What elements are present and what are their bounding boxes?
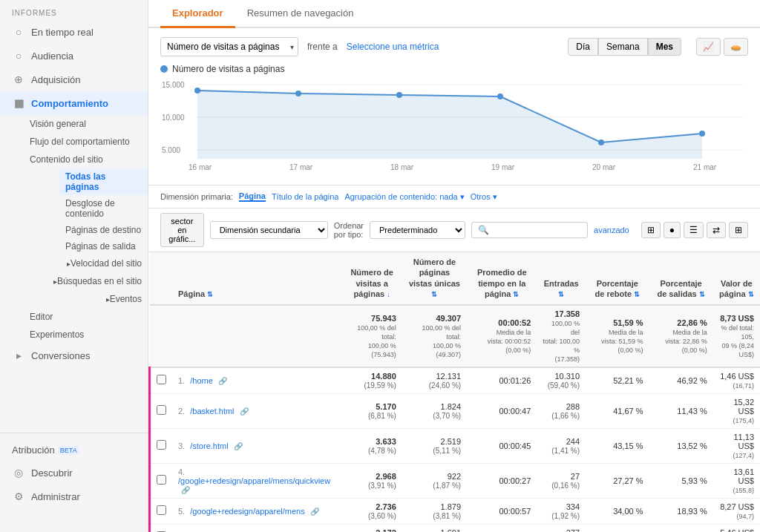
row-page-5: 6. /google+redesign/new 🔗	[172, 524, 341, 532]
sidebar-item-vision-general[interactable]: Visión general	[24, 115, 148, 133]
valor-sort-arrow: ⇅	[748, 291, 754, 298]
row-checkbox-1[interactable]	[150, 393, 173, 428]
page-link-0[interactable]: /home	[190, 376, 213, 385]
sidebar-item-conversiones[interactable]: ▸ Conversiones	[0, 344, 148, 367]
row-entradas-2: 244 (1,41 %)	[537, 428, 586, 463]
sidebar-item-paginas-destino[interactable]: Páginas de destino	[59, 222, 148, 238]
page-link-3[interactable]: /google+redesign/apparel/mens/quickview	[178, 476, 330, 485]
tab-explorador[interactable]: Explorador	[160, 0, 235, 28]
visitas-header[interactable]: Número de visitas a páginas ↓	[341, 252, 402, 305]
sidebar-item-atribucion[interactable]: Atribución BETA	[0, 439, 148, 461]
data-table: Página ⇅ Número de visitas a páginas ↓ N…	[148, 252, 760, 532]
sidebar-item-paginas-salida[interactable]: Páginas de salida	[59, 238, 148, 254]
promedio-sort-arrow: ⇅	[513, 291, 519, 298]
checkbox-3[interactable]	[157, 475, 166, 485]
sidebar-item-desglose[interactable]: Desglose de contenido	[59, 195, 148, 222]
sidebar-item-contenido-sitio[interactable]: Contenido del sitio	[24, 151, 148, 168]
list-view-btn[interactable]: ☰	[684, 222, 704, 238]
row-checkbox-5[interactable]	[150, 524, 173, 532]
graficos-btn[interactable]: sector en gráfic...	[160, 213, 204, 247]
line-chart-btn[interactable]: 📈	[696, 38, 721, 56]
salidas-header[interactable]: Porcentaje de salidas ⇅	[649, 252, 713, 305]
dim-titulo[interactable]: Título de la página	[272, 192, 339, 201]
checkbox-0[interactable]	[157, 375, 166, 384]
page-link-1[interactable]: /basket.html	[190, 407, 234, 416]
row-salidas-1: 11,43 %	[649, 393, 713, 428]
row-salidas-0: 46,92 %	[649, 367, 713, 394]
promedio-header[interactable]: Promedio de tiempo en la página ⇅	[467, 252, 537, 305]
dim-otros[interactable]: Otros ▾	[471, 192, 497, 202]
person-icon: ○	[12, 49, 25, 62]
sidebar: INFORMES ○ En tiempo real ○ Audiencia ⊕ …	[0, 0, 148, 532]
checkbox-1[interactable]	[157, 405, 166, 415]
checkbox-4[interactable]	[157, 505, 166, 515]
date-btn-dia[interactable]: Día	[568, 38, 598, 56]
seleccionar-metrica-link[interactable]: Seleccione una métrica	[347, 42, 439, 52]
row-valor-3: 13,61 US$ (155,8)	[713, 463, 760, 498]
page-header[interactable]: Página ⇅	[172, 252, 341, 305]
avanzado-link[interactable]: avanzado	[594, 226, 629, 234]
sidebar-item-todas-paginas[interactable]: Todas las páginas	[59, 168, 148, 195]
row-vistas-unicas-2: 2.519 (5,11 %)	[402, 428, 467, 463]
date-btn-semana[interactable]: Semana	[598, 38, 648, 56]
sidebar-item-adquisicion[interactable]: ⊕ Adquisición	[0, 68, 148, 91]
chart-view-btn2[interactable]: ●	[664, 222, 681, 238]
visitas-sort-arrow: ↓	[387, 291, 390, 298]
page-link-4[interactable]: /google+redesign/apparel/mens	[190, 507, 304, 516]
row-visitas-4: 2.736 (3,60 %)	[341, 498, 402, 524]
dim-pagina[interactable]: Página	[239, 191, 266, 202]
totals-rebote: 51,59 % Media de lavista: 51,59 %(0,00 %…	[586, 305, 649, 367]
svg-text:17 mar: 17 mar	[289, 163, 313, 171]
row-num-3: 4.	[178, 467, 185, 476]
row-checkbox-3[interactable]	[150, 463, 173, 498]
svg-text:10.000: 10.000	[162, 114, 185, 122]
row-num-2: 3.	[178, 441, 185, 450]
sidebar-item-comportamiento[interactable]: ▦ Comportamiento	[0, 91, 148, 115]
totals-page	[172, 305, 341, 367]
legend-label: Número de visitas a páginas	[172, 64, 284, 74]
sort-label: Ordenar por tipo:	[334, 221, 364, 239]
pivot-view-btn[interactable]: ⊞	[729, 222, 748, 238]
row-promedio-2: 00:00:45	[467, 428, 537, 463]
sidebar-item-administrar[interactable]: ⚙ Administrar	[0, 485, 148, 508]
compare-view-btn[interactable]: ⇄	[707, 222, 726, 238]
rebote-sort-arrow: ⇅	[634, 291, 640, 298]
svg-point-7	[194, 88, 200, 93]
sidebar-item-experimentos[interactable]: Experimentos	[24, 326, 148, 344]
rebote-header[interactable]: Porcentaje de rebote ⇅	[586, 252, 649, 305]
sidebar-item-tiempo-real[interactable]: ○ En tiempo real	[0, 20, 148, 44]
page-link-2[interactable]: /store.html	[190, 441, 228, 450]
sidebar-item-audiencia[interactable]: ○ Audiencia	[0, 44, 148, 68]
sidebar-item-eventos[interactable]: ▸ Eventos	[24, 290, 148, 308]
date-btn-mes[interactable]: Mes	[648, 38, 681, 56]
main-content: Explorador Resumen de navegación Número …	[148, 0, 760, 532]
adquisicion-icon: ⊕	[12, 73, 25, 86]
vistas-unicas-header[interactable]: Número de páginas vistas únicas ⇅	[402, 252, 467, 305]
row-page-4: 5. /google+redesign/apparel/mens 🔗	[172, 498, 341, 524]
row-valor-0: 1,46 US$ (16,71)	[713, 367, 760, 394]
metric-select[interactable]: Número de visitas a páginas	[160, 37, 298, 56]
tab-bar: Explorador Resumen de navegación	[148, 0, 760, 28]
sidebar-item-descubrir[interactable]: ◎ Descubrir	[0, 461, 148, 485]
checkbox-2[interactable]	[157, 440, 166, 450]
sort-select[interactable]: Predeterminado	[370, 221, 465, 239]
entradas-header[interactable]: Entradas ⇅	[537, 252, 586, 305]
sidebar-item-velocidad[interactable]: ▸ Velocidad del sitio	[24, 254, 148, 272]
search-input[interactable]	[492, 226, 581, 234]
row-checkbox-4[interactable]	[150, 498, 173, 524]
sidebar-item-editor[interactable]: Editor	[24, 308, 148, 326]
clock-icon: ○	[12, 25, 25, 39]
pie-chart-btn[interactable]: 🥧	[724, 38, 748, 56]
totals-row: 75.943 100,00 % del total:100,00 % (75.9…	[150, 305, 761, 367]
row-checkbox-2[interactable]	[150, 428, 173, 463]
row-checkbox-0[interactable]	[150, 367, 173, 394]
dim-agrupacion[interactable]: Agrupación de contenido: nada ▾	[344, 192, 464, 202]
valor-header[interactable]: Valor de página ⇅	[713, 252, 760, 305]
tab-resumen-navegacion[interactable]: Resumen de navegación	[235, 0, 366, 28]
row-visitas-1: 5.170 (6,81 %)	[341, 393, 402, 428]
sidebar-item-busquedas[interactable]: ▸ Búsquedas en el sitio	[24, 272, 148, 290]
vistas-unicas-sort-arrow: ⇅	[431, 291, 437, 298]
secondary-dim-select[interactable]: Dimensión secundaria	[210, 221, 328, 239]
grid-view-btn[interactable]: ⊞	[641, 222, 661, 238]
sidebar-item-flujo[interactable]: Flujo del comportamiento	[24, 133, 148, 151]
